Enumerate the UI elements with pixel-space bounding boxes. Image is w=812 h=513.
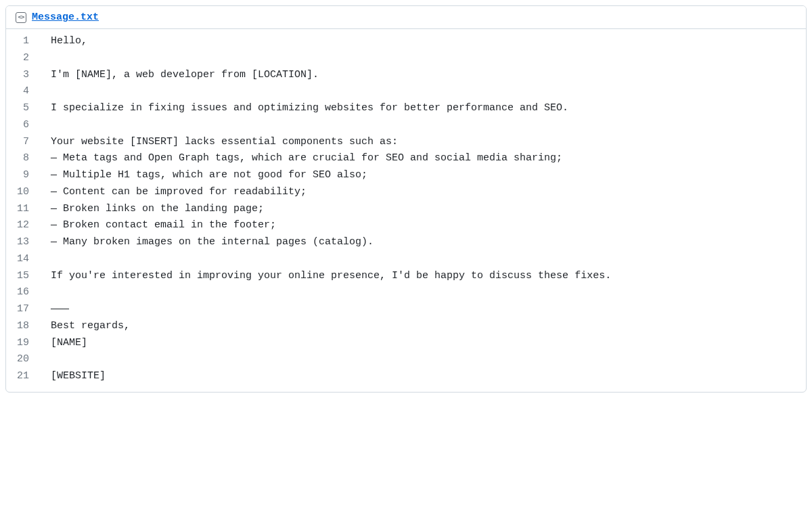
- code-line: 21 [WEBSITE]: [6, 368, 806, 385]
- line-content: ———: [44, 301, 806, 318]
- code-line: 16: [6, 284, 806, 301]
- line-number: 10: [6, 184, 44, 201]
- line-number: 6: [6, 117, 44, 134]
- line-number: 19: [6, 335, 44, 352]
- line-content: — Multiple H1 tags, which are not good f…: [44, 167, 806, 184]
- code-line: 6: [6, 117, 806, 134]
- code-line: 3 I'm [NAME], a web developer from [LOCA…: [6, 67, 806, 84]
- code-line: 15 If you're interested in improving you…: [6, 268, 806, 285]
- line-content: [44, 83, 806, 100]
- code-line: 19 [NAME]: [6, 335, 806, 352]
- line-number: 8: [6, 150, 44, 167]
- file-header: <> Message.txt: [6, 6, 806, 29]
- line-number: 14: [6, 251, 44, 268]
- code-line: 4: [6, 83, 806, 100]
- line-number: 5: [6, 100, 44, 117]
- code-line: 10 — Content can be improved for readabi…: [6, 184, 806, 201]
- line-content: [44, 50, 806, 67]
- line-number: 20: [6, 351, 44, 368]
- code-line: 12 — Broken contact email in the footer;: [6, 217, 806, 234]
- code-line: 7 Your website [INSERT] lacks essential …: [6, 134, 806, 151]
- line-content: [44, 251, 806, 268]
- line-content: [44, 351, 806, 368]
- line-number: 7: [6, 134, 44, 151]
- line-number: 1: [6, 33, 44, 50]
- line-number: 4: [6, 83, 44, 100]
- code-line: 5 I specialize in fixing issues and opti…: [6, 100, 806, 117]
- line-number: 16: [6, 284, 44, 301]
- line-content: — Broken contact email in the footer;: [44, 217, 806, 234]
- line-number: 21: [6, 368, 44, 385]
- line-content: I'm [NAME], a web developer from [LOCATI…: [44, 67, 806, 84]
- line-number: 12: [6, 217, 44, 234]
- line-number: 15: [6, 268, 44, 285]
- code-file-icon: <>: [16, 12, 26, 23]
- line-content: Your website [INSERT] lacks essential co…: [44, 134, 806, 151]
- code-line: 17 ———: [6, 301, 806, 318]
- code-line: 2: [6, 50, 806, 67]
- code-line: 20: [6, 351, 806, 368]
- line-number: 2: [6, 50, 44, 67]
- code-line: 18 Best regards,: [6, 318, 806, 335]
- line-number: 11: [6, 201, 44, 218]
- line-content: Best regards,: [44, 318, 806, 335]
- line-content: [44, 117, 806, 134]
- code-line: 14: [6, 251, 806, 268]
- line-number: 13: [6, 234, 44, 251]
- line-number: 3: [6, 67, 44, 84]
- code-line: 9 — Multiple H1 tags, which are not good…: [6, 167, 806, 184]
- line-content: — Broken links on the landing page;: [44, 201, 806, 218]
- file-box: <> Message.txt 1 Hello, 2 3 I'm [NAME], …: [5, 5, 807, 393]
- code-line: 8 — Meta tags and Open Graph tags, which…: [6, 150, 806, 167]
- code-line: 11 — Broken links on the landing page;: [6, 201, 806, 218]
- code-line: 1 Hello,: [6, 33, 806, 50]
- line-content: [WEBSITE]: [44, 368, 806, 385]
- line-content: — Meta tags and Open Graph tags, which a…: [44, 150, 806, 167]
- line-content: If you're interested in improving your o…: [44, 268, 806, 285]
- file-name-link[interactable]: Message.txt: [32, 12, 99, 23]
- line-number: 17: [6, 301, 44, 318]
- code-area: 1 Hello, 2 3 I'm [NAME], a web developer…: [6, 29, 806, 392]
- code-line: 13 — Many broken images on the internal …: [6, 234, 806, 251]
- line-content: — Content can be improved for readabilit…: [44, 184, 806, 201]
- line-content: [NAME]: [44, 335, 806, 352]
- line-number: 18: [6, 318, 44, 335]
- line-content: — Many broken images on the internal pag…: [44, 234, 806, 251]
- line-content: I specialize in fixing issues and optimi…: [44, 100, 806, 117]
- line-content: [44, 284, 806, 301]
- line-content: Hello,: [44, 33, 806, 50]
- line-number: 9: [6, 167, 44, 184]
